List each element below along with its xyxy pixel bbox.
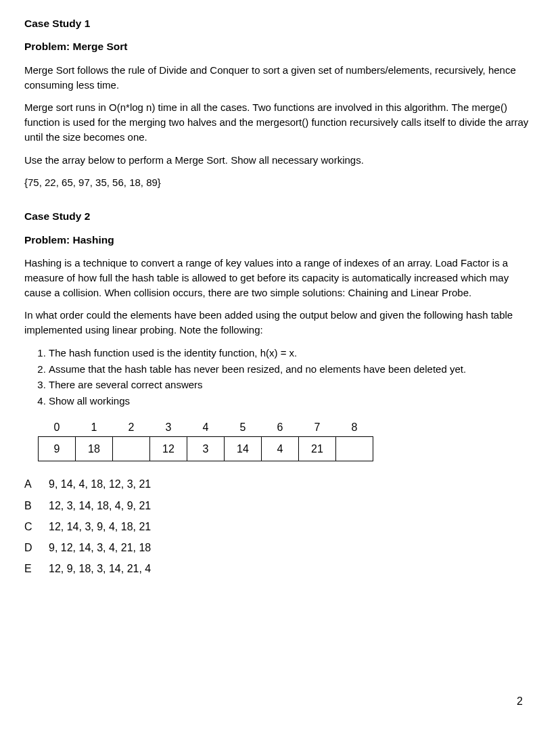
case-study-2: Case Study 2 Problem: Hashing Hashing is…	[24, 209, 536, 576]
case2-problem: Problem: Hashing	[24, 233, 536, 248]
note-item-4: Show all workings	[49, 394, 536, 409]
hash-cell-1: 18	[76, 437, 113, 461]
option-b-value: 12, 3, 14, 18, 4, 9, 21	[49, 498, 151, 513]
option-d: D 9, 12, 14, 3, 4, 21, 18	[24, 540, 536, 555]
hash-index-2: 2	[113, 419, 150, 437]
case1-array: {75, 22, 65, 97, 35, 56, 18, 89}	[24, 175, 536, 190]
hash-cell-3: 12	[150, 437, 187, 461]
hash-index-8: 8	[336, 419, 373, 437]
hash-cell-0: 9	[39, 437, 76, 461]
option-e: E 12, 9, 18, 3, 14, 21, 4	[24, 561, 536, 576]
option-a: A 9, 14, 4, 18, 12, 3, 21	[24, 476, 536, 492]
case-study-1: Case Study 1 Problem: Merge Sort Merge S…	[24, 16, 536, 190]
hash-index-1: 1	[76, 419, 113, 437]
hash-index-3: 3	[150, 419, 187, 437]
option-c-value: 12, 14, 3, 9, 4, 18, 21	[49, 519, 151, 534]
case2-paragraph-1: Hashing is a technique to convert a rang…	[24, 256, 536, 300]
hash-cell-8	[336, 437, 373, 461]
hash-table: 0 1 2 3 4 5 6 7 8 9 18 12 3 14 4 21	[38, 419, 373, 462]
option-a-value: 9, 14, 4, 18, 12, 3, 21	[49, 476, 151, 492]
hash-index-6: 6	[262, 419, 299, 437]
hash-index-4: 4	[187, 419, 225, 437]
hash-index-7: 7	[299, 419, 336, 437]
hash-cell-2	[113, 437, 150, 461]
option-b: B 12, 3, 14, 18, 4, 9, 21	[24, 498, 536, 513]
hash-cell-4: 3	[187, 437, 225, 461]
option-a-label: A	[24, 476, 49, 492]
case2-paragraph-2: In what order could the elements have be…	[24, 308, 536, 338]
note-item-3: There are several correct answers	[49, 377, 536, 392]
hash-value-row: 9 18 12 3 14 4 21	[39, 437, 373, 461]
hash-index-0: 0	[39, 419, 76, 437]
case1-paragraph-2: Merge sort runs in O(n*log n) time in al…	[24, 100, 536, 144]
option-e-label: E	[24, 561, 49, 576]
case1-title: Case Study 1	[24, 16, 536, 31]
page-number: 2	[517, 693, 523, 709]
option-e-value: 12, 9, 18, 3, 14, 21, 4	[49, 561, 151, 576]
case1-problem: Problem: Merge Sort	[24, 39, 536, 54]
hash-cell-7: 21	[299, 437, 336, 461]
case2-title: Case Study 2	[24, 209, 536, 224]
hash-cell-5: 14	[225, 437, 262, 461]
option-d-label: D	[24, 540, 49, 555]
option-b-label: B	[24, 498, 49, 513]
answer-options: A 9, 14, 4, 18, 12, 3, 21 B 12, 3, 14, 1…	[24, 476, 536, 576]
option-c: C 12, 14, 3, 9, 4, 18, 21	[24, 519, 536, 534]
option-c-label: C	[24, 519, 49, 534]
option-d-value: 9, 12, 14, 3, 4, 21, 18	[49, 540, 151, 555]
case1-paragraph-3: Use the array below to perform a Merge S…	[24, 153, 536, 168]
case2-notes-list: The hash function used is the identity f…	[24, 346, 536, 409]
hash-index-row: 0 1 2 3 4 5 6 7 8	[39, 419, 373, 437]
note-item-2: Assume that the hash table has never bee…	[49, 362, 536, 377]
note-item-1: The hash function used is the identity f…	[49, 346, 536, 361]
hash-cell-6: 4	[262, 437, 299, 461]
case1-paragraph-1: Merge Sort follows the rule of Divide an…	[24, 63, 536, 93]
hash-index-5: 5	[225, 419, 262, 437]
